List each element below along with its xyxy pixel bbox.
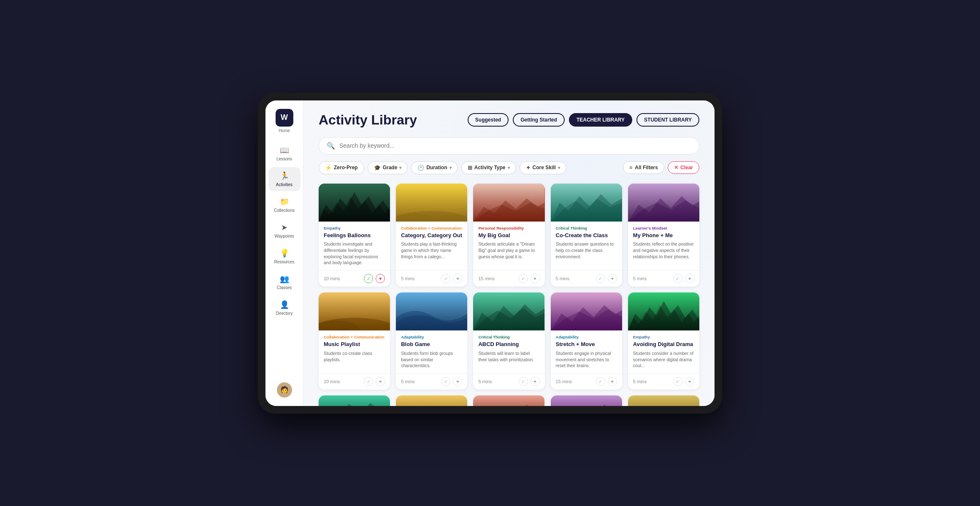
activities-icon: 🏃	[280, 171, 289, 181]
card-my-big-goal[interactable]: Personal Responsibility My Big Goal Stud…	[473, 184, 544, 287]
card-category: Collaboration + Communication	[401, 226, 462, 230]
tab-teacher-library[interactable]: TEACHER LIBRARY	[569, 113, 632, 127]
heart-button[interactable]: ♥	[608, 274, 617, 283]
check-button[interactable]: ✓	[673, 274, 682, 283]
tab-suggested[interactable]: Suggested	[468, 113, 509, 127]
filter-activity-type[interactable]: ⊞ Activity Type ▾	[461, 161, 516, 174]
search-input[interactable]	[339, 142, 691, 149]
card-body: Collaboration + Communication Category, …	[396, 222, 467, 271]
card-image	[628, 395, 699, 406]
card-category: Empathy	[324, 226, 385, 230]
card-title: ABCD Planning	[478, 341, 539, 348]
sidebar-item-waypoints[interactable]: ➤ Waypoints	[268, 219, 300, 243]
card-body: Learner's Mindset My Phone + Me Students…	[628, 222, 699, 271]
sidebar-item-directory[interactable]: 👤 Directory	[268, 296, 300, 320]
card-body: Adaptability Blob Game Students form blo…	[396, 330, 467, 373]
check-button[interactable]: ✓	[519, 274, 528, 283]
check-button[interactable]: ✓	[364, 377, 373, 386]
sidebar-item-lessons[interactable]: 📖 Lessons	[268, 141, 300, 165]
card-time: 10 mins	[324, 379, 340, 384]
card-image	[473, 292, 544, 330]
check-button[interactable]: ✓	[441, 377, 450, 386]
card-footer: 5 mins ✓ ♥	[396, 373, 467, 390]
card-actions: ✓ ♥	[596, 377, 617, 386]
card-title: My Big Goal	[478, 232, 539, 239]
core-skill-icon: ✦	[526, 165, 531, 171]
logo-icon[interactable]: W	[276, 109, 293, 127]
cards-grid-row2: Collaboration + Communication Music Play…	[319, 292, 699, 390]
card-image	[319, 184, 390, 222]
filter-duration[interactable]: 🕐 Duration ▾	[411, 161, 458, 174]
tab-student-library[interactable]: STUDENT LIBRARY	[636, 113, 699, 127]
check-button[interactable]: ✓	[364, 274, 373, 283]
heart-button[interactable]: ♥	[376, 377, 385, 386]
heart-button[interactable]: ♥	[531, 377, 540, 386]
activities-label: Activities	[276, 182, 292, 187]
heart-button[interactable]: ♥	[685, 274, 694, 283]
card-image	[473, 395, 544, 406]
card-row3-4[interactable]	[551, 395, 622, 406]
check-button[interactable]: ✓	[673, 377, 682, 386]
filter-all-button[interactable]: ≡ All Filters	[623, 161, 664, 174]
card-body: Critical Thinking Co-Create the Class St…	[551, 222, 622, 271]
sidebar-item-classes[interactable]: 👥 Classes	[268, 270, 300, 294]
sidebar-item-resources[interactable]: 💡 Resources	[268, 244, 300, 268]
heart-button[interactable]: ♥	[685, 377, 694, 386]
card-row3-1[interactable]	[319, 395, 390, 406]
heart-button[interactable]: ♥	[531, 274, 540, 283]
card-row3-2[interactable]	[396, 395, 467, 406]
sidebar-item-activities[interactable]: 🏃 Activities	[268, 167, 300, 191]
heart-button[interactable]: ♥	[453, 274, 462, 283]
sidebar-item-collections[interactable]: 📁 Collections	[268, 193, 300, 217]
card-abcd-planning[interactable]: Critical Thinking ABCD Planning Students…	[473, 292, 544, 390]
card-desc: Students form blob groups based on simil…	[401, 350, 462, 369]
card-footer: 15 mins ✓ ♥	[551, 373, 622, 390]
activity-type-chevron: ▾	[508, 165, 510, 170]
card-image	[628, 184, 699, 222]
card-time: 15 mins	[478, 276, 495, 281]
check-button[interactable]: ✓	[596, 274, 605, 283]
filter-zero-prep[interactable]: ⚡ Zero-Prep	[319, 161, 364, 174]
card-category: Empathy	[633, 335, 694, 339]
card-footer: 5 mins ✓ ♥	[473, 373, 544, 390]
card-actions: ✓ ♥	[519, 274, 540, 283]
clear-icon: ✕	[674, 165, 678, 170]
home-label[interactable]: Home	[279, 128, 290, 133]
card-body: Personal Responsibility My Big Goal Stud…	[473, 222, 544, 271]
heart-button[interactable]: ♥	[453, 377, 462, 386]
card-actions: ✓ ♥	[673, 274, 694, 283]
cards-grid-row1: Empathy Feelings Balloons Students inves…	[319, 184, 699, 287]
card-row3-3[interactable]	[473, 395, 544, 406]
card-time: 5 mins	[633, 276, 647, 281]
card-my-phone-me[interactable]: Learner's Mindset My Phone + Me Students…	[628, 184, 699, 287]
filter-clear-button[interactable]: ✕ Clear	[668, 161, 699, 174]
classes-icon: 👥	[280, 274, 289, 284]
card-desc: Students will learn to label their tasks…	[478, 350, 539, 369]
page-header: Activity Library Suggested Getting Start…	[319, 112, 699, 128]
filter-core-skill[interactable]: ✦ Core Skill ▾	[520, 161, 566, 174]
card-time: 5 mins	[401, 379, 414, 384]
user-avatar[interactable]: 🧑	[277, 382, 292, 398]
heart-button[interactable]: ♥	[608, 377, 617, 386]
zero-prep-icon: ⚡	[325, 165, 332, 171]
card-blob-game[interactable]: Adaptability Blob Game Students form blo…	[396, 292, 467, 390]
filter-grade[interactable]: 🎓 Grade ▾	[368, 161, 408, 174]
card-stretch-move[interactable]: Adaptability Stretch + Move Students eng…	[551, 292, 622, 390]
check-button[interactable]: ✓	[441, 274, 450, 283]
card-avoiding-digital-drama[interactable]: Empathy Avoiding Digital Drama Students …	[628, 292, 699, 390]
heart-button[interactable]: ♥	[376, 274, 385, 283]
card-music-playlist[interactable]: Collaboration + Communication Music Play…	[319, 292, 390, 390]
card-feelings-balloons[interactable]: Empathy Feelings Balloons Students inves…	[319, 184, 390, 287]
directory-label: Directory	[276, 311, 292, 316]
tab-getting-started[interactable]: Getting Started	[513, 113, 565, 127]
card-title: Music Playlist	[324, 341, 385, 348]
card-desc: Students reflect on the positive and neg…	[633, 241, 694, 266]
card-co-create-class[interactable]: Critical Thinking Co-Create the Class St…	[551, 184, 622, 287]
search-icon: 🔍	[327, 142, 335, 150]
clear-label: Clear	[680, 165, 693, 170]
check-button[interactable]: ✓	[596, 377, 605, 386]
card-desc: Students answer questions to help co-cre…	[556, 241, 617, 266]
check-button[interactable]: ✓	[519, 377, 528, 386]
card-category-out[interactable]: Collaboration + Communication Category, …	[396, 184, 467, 287]
card-row3-5[interactable]	[628, 395, 699, 406]
